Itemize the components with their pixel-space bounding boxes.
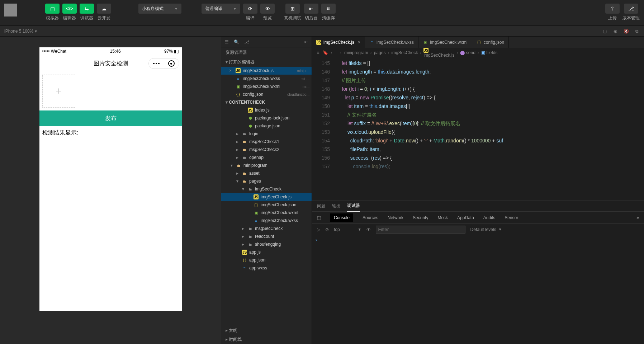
device-icon[interactable]: ▢ <box>602 28 607 34</box>
devtools-tab[interactable]: AppData <box>457 215 474 220</box>
tree-item[interactable]: JSapp.js <box>221 248 312 256</box>
remote-debug-button[interactable]: ⊞ <box>285 4 300 14</box>
devtools-tab[interactable]: Sensor <box>505 215 518 220</box>
upload-button[interactable]: ⇪ <box>605 4 620 14</box>
device-select[interactable]: iPhone 5 100% ▾ <box>4 29 37 34</box>
code-area[interactable]: let fileIds = [] let imgLength = this.da… <box>333 57 644 201</box>
collapse-icon[interactable]: ⇤ <box>304 39 308 44</box>
breadcrumb-item[interactable]: ⬤ send <box>460 50 475 55</box>
preview-button[interactable]: 👁 <box>260 4 275 14</box>
tree-item[interactable]: { }imgSecCheck.json <box>221 201 312 209</box>
eye-icon[interactable]: 👁 <box>366 227 371 232</box>
tree-item[interactable]: ▾🖿pages <box>221 177 312 185</box>
tree-item[interactable]: ≡imgSecCheck.wxss <box>221 217 312 225</box>
search-icon[interactable]: 🔍 <box>234 39 239 44</box>
tree-item[interactable]: ≡app.wxss <box>221 264 312 272</box>
close-icon[interactable]: × <box>229 68 233 73</box>
avatar[interactable] <box>4 4 17 17</box>
tree-item[interactable]: ⬢package-lock.json <box>221 114 312 122</box>
tree-item[interactable]: ▸🖿openapi <box>221 154 312 161</box>
devtools-tab[interactable]: Audits <box>483 215 495 220</box>
context-select[interactable]: top▼ <box>334 227 361 232</box>
console-body[interactable]: › <box>312 235 644 344</box>
devtools-tab[interactable]: Security <box>413 215 428 220</box>
breadcrumb-icon[interactable]: ≡ <box>316 50 321 55</box>
open-editor-item[interactable]: ×JSimgSecCheck.jsminipr... <box>221 67 312 75</box>
chevron-down-icon: ▼ <box>233 7 237 11</box>
devtools-tab[interactable]: Network <box>388 215 403 220</box>
tree-item[interactable]: ▸🖿shoufengqing <box>221 240 312 248</box>
tree-item[interactable]: { }app.json <box>221 256 312 264</box>
more-icon[interactable]: » <box>636 215 639 220</box>
mode-dropdown[interactable]: 小程序模式▼ <box>138 4 181 14</box>
tree-item[interactable]: ⬢package.json <box>221 122 312 130</box>
simulator-button[interactable]: ▢ <box>45 4 60 14</box>
close-icon[interactable]: × <box>358 40 360 45</box>
arrow-icon: ▾ <box>242 187 246 192</box>
tree-item[interactable]: ▸🖿msgSecCheck2 <box>221 146 312 154</box>
tree-item[interactable]: JSimgSecCheck.js <box>221 193 312 201</box>
breadcrumb-item[interactable]: miniprogram <box>344 50 368 55</box>
tree-item[interactable]: ▸🖿msgSecCheck1 <box>221 138 312 146</box>
phone-nav: 图片安全检测 <box>39 55 182 72</box>
copy-icon[interactable]: ⧉ <box>634 28 640 34</box>
play-icon[interactable]: ▷ <box>317 227 320 232</box>
tree-item[interactable]: ▸🖿msgSecCheck <box>221 225 312 232</box>
tree-item[interactable]: ▣imgSecCheck.wxml <box>221 209 312 217</box>
project-section[interactable]: CONTENTCHECK <box>221 98 312 106</box>
tree-item-name: openapi <box>249 155 265 160</box>
cloud-button[interactable]: ☁ <box>97 4 111 14</box>
breadcrumb-item[interactable]: imgSecCheck <box>391 50 418 55</box>
breadcrumb-item[interactable]: ▣ fileIds <box>481 50 498 55</box>
bookmark-icon[interactable]: 🔖 <box>323 50 328 55</box>
outline-section[interactable]: 大纲 <box>221 326 312 335</box>
tree-item[interactable]: ▾🖿miniprogram <box>221 161 312 169</box>
compile-mode-dropdown[interactable]: 普通编译▼ <box>202 4 240 14</box>
forward-icon[interactable]: → <box>337 50 342 55</box>
publish-button[interactable]: 发布 <box>39 110 182 126</box>
code-editor[interactable]: 145146147148149150151152153154155156157 … <box>312 57 644 201</box>
tree-item[interactable]: ▸🖿readcount <box>221 232 312 240</box>
open-editors-section[interactable]: 打开的编辑器 <box>221 58 312 67</box>
back-icon[interactable]: ← <box>330 50 335 55</box>
record-icon[interactable]: ◉ <box>612 28 618 34</box>
tree-item[interactable]: ▸🖿asset <box>221 169 312 177</box>
list-icon[interactable]: ☰ <box>225 39 229 44</box>
timeline-section[interactable]: 时间线 <box>221 335 312 344</box>
version-button[interactable]: ⎇ <box>624 4 638 14</box>
editor-button[interactable]: </> <box>62 4 77 14</box>
panel-tab[interactable]: 问题 <box>317 201 326 211</box>
upload-image-button[interactable]: + <box>42 75 75 108</box>
panel-tab[interactable]: 输出 <box>332 201 341 211</box>
devtools-tab[interactable]: Sources <box>363 215 378 220</box>
debugger-button[interactable]: ⇆ <box>80 4 94 14</box>
editor-tab[interactable]: ▣imgSecCheck.wxml <box>418 37 472 48</box>
clear-icon[interactable]: ⊘ <box>325 227 329 232</box>
phone-capsule[interactable] <box>148 58 179 69</box>
chevron-down-icon: ▼ <box>174 7 178 11</box>
editor-tab[interactable]: { }config.json <box>472 37 509 48</box>
mute-icon[interactable]: 🔇 <box>623 28 629 34</box>
open-editor-item[interactable]: { }config.jsoncloudfunctio... <box>221 90 312 98</box>
file-path: mi... <box>303 85 309 89</box>
breadcrumb-item[interactable]: pages <box>374 50 386 55</box>
devtools-tab[interactable]: Console <box>330 213 353 222</box>
tree-item[interactable]: JSindex.js <box>221 106 312 114</box>
background-button[interactable]: ⇤ <box>304 4 318 14</box>
editor-tab[interactable]: ≡imgSecCheck.wxss <box>365 37 418 48</box>
separator-icon: › <box>478 50 479 55</box>
panel-tab[interactable]: 调试器 <box>347 201 360 212</box>
tree-item[interactable]: ▸🖿login <box>221 130 312 138</box>
devtools-tab[interactable]: Mock <box>437 215 448 220</box>
tree-item[interactable]: ▾🖿imgSecCheck <box>221 185 312 193</box>
compile-button[interactable]: ⟳ <box>243 4 257 14</box>
clear-cache-button[interactable]: ≋ <box>321 4 336 14</box>
open-editor-item[interactable]: ▣imgSecCheck.wxmlmi... <box>221 83 312 90</box>
editor-tab[interactable]: JSimgSecCheck.js× <box>312 37 365 48</box>
levels-select[interactable]: Default levels▼ <box>470 227 502 232</box>
inspect-icon[interactable]: ⬚ <box>317 215 321 220</box>
breadcrumb-item[interactable]: JS imgSecCheck.js <box>423 48 454 58</box>
branch-icon[interactable]: ⎇ <box>244 39 249 44</box>
open-editor-item[interactable]: ≡imgSecCheck.wxssmin... <box>221 75 312 83</box>
console-filter-input[interactable] <box>376 226 465 234</box>
